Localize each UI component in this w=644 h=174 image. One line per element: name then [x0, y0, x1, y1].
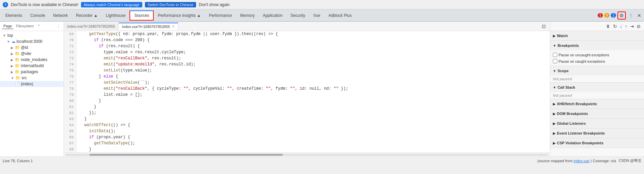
pause-caught-label: Pause on caught exceptions — [559, 59, 605, 63]
event-arrow-icon: ▶ — [553, 132, 556, 135]
tab-security[interactable]: Security — [287, 11, 309, 20]
breakpoints-section-header[interactable]: ▼ Breakpoints — [550, 41, 644, 50]
code-line-77: setSelectValue(``); — [79, 80, 547, 86]
scope-section-header[interactable]: ▼ Scope — [550, 66, 644, 76]
tab-adblock[interactable]: Adblock Plus — [324, 11, 355, 20]
code-line-85: initData(); — [79, 128, 547, 134]
horizontal-scrollbar[interactable] — [64, 152, 550, 156]
status-csdn: CSDN @弩弦 — [619, 158, 641, 163]
scope-not-paused: Not paused — [550, 76, 644, 82]
tree-item-internal-build[interactable]: ▶ 📁 internal/build — [0, 63, 64, 69]
banner-text: DevTools is now available in Chinese! — [11, 2, 78, 7]
tab-sources[interactable]: Sources — [129, 10, 154, 21]
call-stack-section-header[interactable]: ▼ Call Stack — [550, 83, 644, 92]
code-line-73: emit("resCallBack", res.result); — [79, 55, 547, 61]
chevron-down-icon: ▼ — [3, 34, 6, 37]
status-source-mapped: (source mapped from index.vue ) Coverage… — [537, 159, 616, 163]
tab-lighthouse[interactable]: Lighthouse — [102, 11, 130, 20]
chevron-right-icon: ▶ — [11, 70, 13, 74]
chevron-down-icon: ▼ — [11, 76, 14, 80]
folder-icon-id: 📁 — [15, 45, 20, 50]
tab-filesystem[interactable]: Filesystem — [15, 23, 35, 29]
tab-network[interactable]: Network — [49, 11, 72, 20]
right-panel: ⏸ ↻ ↓ ↑ ⇥ ⊘ ▶ Watch ▼ Breakpoints Pause … — [550, 22, 644, 156]
watch-arrow-icon: ▶ — [553, 34, 556, 38]
warning-badge: 9 — [604, 13, 610, 18]
close-button[interactable]: ✕ — [636, 12, 643, 19]
settings-button[interactable]: ⚙ — [617, 11, 626, 20]
code-line-80: } — [79, 98, 547, 104]
tab-close-icon[interactable]: ✕ — [172, 25, 175, 28]
code-line-87: getTheDataType(); — [79, 140, 547, 146]
devtools-tabs: Elements Console Network Recorder ▲ Ligh… — [0, 9, 644, 22]
event-listener-header[interactable]: ▶ Event Listener Breakpoints — [550, 128, 644, 138]
tab-console[interactable]: Console — [26, 11, 49, 20]
code-content[interactable]: getYearType({ nd: props.year, fydm: prop… — [77, 31, 550, 152]
cloud-icon: ☁ — [11, 39, 15, 44]
watch-section-header[interactable]: ▶ Watch — [550, 31, 644, 40]
file-tree: Page Filesystem » ⋮ ▼ top ▼ ☁ localhost:… — [0, 22, 64, 156]
tree-menu-icon[interactable]: ⋮ — [55, 24, 62, 29]
tab-memory[interactable]: Memory — [236, 11, 259, 20]
status-bar: Line 78, Column 1 (source mapped from in… — [0, 156, 644, 165]
top-banner: i DevTools is now available in Chinese! … — [0, 0, 644, 9]
main-area: Page Filesystem » ⋮ ▼ top ▼ ☁ localhost:… — [0, 22, 644, 156]
tree-item-packages[interactable]: ▶ 📁 packages — [0, 69, 64, 75]
chevron-right-icon: ▶ — [11, 52, 13, 56]
breakpoints-arrow-icon: ▼ — [553, 44, 556, 48]
code-line-72: type.value = res.result.cycleType; — [79, 49, 547, 55]
editor-tabs-right: ⊡ — [538, 23, 550, 30]
csp-violation-section: ▶ CSP Violation Breakpoints — [550, 138, 644, 148]
breakpoints-body: Pause on uncaught exceptions Pause on ca… — [550, 50, 644, 66]
tree-more-icon[interactable]: » — [38, 23, 40, 29]
editor-toggle-icon[interactable]: ⊡ — [540, 23, 547, 30]
code-line-76: } else { — [79, 74, 547, 80]
tree-item-localhost[interactable]: ▼ ☁ localhost:3000 — [0, 38, 64, 45]
step-button[interactable]: ⇥ — [629, 23, 635, 30]
match-language-button[interactable]: Always match Chrome's language — [81, 2, 142, 7]
pause-button[interactable]: ⏸ — [604, 23, 612, 30]
pause-uncaught-checkbox[interactable] — [553, 53, 557, 57]
xhr-section-header[interactable]: ▶ XHR/fetch Breakpoints — [550, 99, 644, 109]
pause-caught-checkbox[interactable] — [553, 59, 557, 63]
code-line-79: list.value = []; — [79, 92, 547, 98]
editor-tab-2[interactable]: index.vue?t=1680767852855 ✕ — [119, 23, 178, 30]
source-mapped-link[interactable]: index.vue — [574, 159, 590, 163]
code-line-70: if (res.code === 200) { — [79, 37, 547, 43]
tab-vue[interactable]: Vue — [309, 11, 324, 20]
global-listeners-header[interactable]: ▶ Global Listeners — [550, 119, 644, 128]
dom-section-header[interactable]: ▶ DOM Breakpoints — [550, 109, 644, 118]
editor-tab-1[interactable]: index.vue?t=1680767852855 — [64, 23, 119, 30]
switch-devtools-button[interactable]: Switch DevTools to Chinese — [145, 2, 196, 7]
code-editor[interactable]: 6970717273 7475767778 7980818283 8485868… — [64, 31, 550, 152]
folder-icon-packages: 📁 — [15, 69, 20, 74]
tree-item-top[interactable]: ▼ top — [0, 32, 64, 38]
tree-item-id[interactable]: ▶ 📁 @id — [0, 45, 64, 51]
tree-item-index[interactable]: 📄 (index) — [0, 81, 64, 87]
tab-page[interactable]: Page — [2, 23, 13, 29]
csp-section-header[interactable]: ▶ CSP Violation Breakpoints — [550, 138, 644, 148]
step-over-button[interactable]: ↻ — [612, 23, 618, 30]
folder-icon-node-modules: 📁 — [15, 57, 20, 62]
tab-performance-insights[interactable]: Performance insights ▲ — [154, 11, 205, 20]
tree-item-vite[interactable]: ▶ 📁 @vite — [0, 51, 64, 57]
step-into-button[interactable]: ↓ — [618, 23, 623, 30]
folder-icon-src: 📁 — [15, 76, 21, 80]
scrollbar-thumb[interactable] — [89, 154, 283, 156]
tab-elements[interactable]: Elements — [1, 11, 26, 20]
global-arrow-icon: ▶ — [553, 122, 556, 125]
tab-recorder[interactable]: Recorder ▲ — [72, 11, 102, 20]
dont-show-again-link[interactable]: Don't show again — [199, 2, 230, 7]
tab-application[interactable]: Application — [259, 11, 287, 20]
step-out-button[interactable]: ↑ — [623, 23, 629, 30]
watch-section: ▶ Watch — [550, 31, 644, 41]
call-stack-arrow-icon: ▼ — [553, 86, 556, 89]
deactivate-breakpoints-button[interactable]: ⊘ — [635, 23, 642, 30]
more-button[interactable]: ⋮ — [627, 12, 635, 19]
tab-performance[interactable]: Performance — [205, 11, 236, 20]
status-position: Line 78, Column 1 — [3, 159, 33, 163]
tree-item-src[interactable]: ▼ 📁 src — [0, 75, 64, 81]
scrollbar-track[interactable] — [65, 154, 548, 156]
dom-arrow-icon: ▶ — [553, 112, 556, 116]
tree-item-node-modules[interactable]: ▶ 📁 node_modules — [0, 57, 64, 63]
